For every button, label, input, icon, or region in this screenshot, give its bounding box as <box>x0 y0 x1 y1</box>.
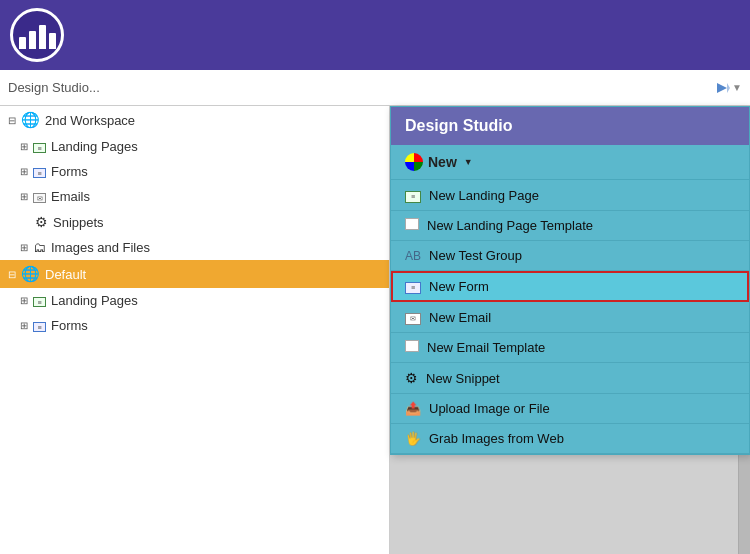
logo-bars-icon <box>19 21 56 49</box>
menu-item-grab-images[interactable]: 🖐 Grab Images from Web <box>391 424 749 454</box>
menu-item-new-snippet[interactable]: ⚙ New Snippet <box>391 363 749 394</box>
sidebar-item-default[interactable]: ⊟ 🌐 Default <box>0 260 389 288</box>
globe-icon: 🌐 <box>21 111 40 129</box>
menu-item-label: New Landing Page Template <box>427 218 593 233</box>
expander-icon: ⊞ <box>20 320 28 331</box>
grab-icon: 🖐 <box>405 431 421 446</box>
sidebar-item-forms[interactable]: ⊞ ≡ Forms <box>0 159 389 184</box>
sidebar-item-label: Forms <box>51 164 88 179</box>
forms-icon: ≡ <box>33 318 46 333</box>
form-icon: ≡ <box>405 278 421 294</box>
sidebar-item-label: Forms <box>51 318 88 333</box>
menu-item-new-landing-page-template[interactable]: New Landing Page Template <box>391 211 749 241</box>
upload-icon: 📤 <box>405 401 421 416</box>
new-colorful-icon <box>405 153 423 171</box>
sidebar-item-default-landing-pages[interactable]: ⊞ ≡ Landing Pages <box>0 288 389 313</box>
expander-icon: ⊞ <box>20 295 28 306</box>
search-bar: ▼ <box>0 70 750 106</box>
chevron-down-icon: ▼ <box>464 157 473 167</box>
testgroup-icon: AB <box>405 249 421 263</box>
svg-marker-0 <box>717 83 727 93</box>
menu-item-label: New Test Group <box>429 248 522 263</box>
images-icon: 🗂 <box>33 240 46 255</box>
sidebar-item-images[interactable]: ⊞ 🗂 Images and Files <box>0 235 389 260</box>
forms-icon: ≡ <box>33 164 46 179</box>
sidebar: ⊟ 🌐 2nd Workspace ⊞ ≡ Landing Pages ⊞ ≡ … <box>0 106 390 554</box>
app-logo <box>10 8 64 62</box>
sidebar-item-label: Emails <box>51 189 90 204</box>
emails-icon: ✉ <box>33 189 46 204</box>
globe-icon: 🌐 <box>21 265 40 283</box>
sidebar-item-label: Landing Pages <box>51 139 138 154</box>
menu-item-label: New Landing Page <box>429 188 539 203</box>
email-icon: ✉ <box>405 309 421 325</box>
pages-icon: ≡ <box>33 139 46 154</box>
menu-item-upload-image[interactable]: 📤 Upload Image or File <box>391 394 749 424</box>
menu-item-new-form[interactable]: ≡ New Form <box>391 271 749 302</box>
bar1 <box>19 37 26 49</box>
menu-item-label: Upload Image or File <box>429 401 550 416</box>
menu-item-label: New Email <box>429 310 491 325</box>
sidebar-item-label: Landing Pages <box>51 293 138 308</box>
menu-item-label: New Snippet <box>426 371 500 386</box>
menu-item-new-landing-page[interactable]: ≡ New Landing Page <box>391 180 749 211</box>
search-arrow-icon <box>714 80 730 96</box>
dropdown-panel: Design Studio New ▼ ≡ New Landing Page <box>390 106 750 455</box>
menu-item-label: Grab Images from Web <box>429 431 564 446</box>
sidebar-item-landing-pages[interactable]: ⊞ ≡ Landing Pages <box>0 134 389 159</box>
bar4 <box>49 33 56 49</box>
expander-icon: ⊞ <box>20 191 28 202</box>
dropdown-panel-title: Design Studio <box>391 107 749 145</box>
new-button-label: New <box>428 154 457 170</box>
menu-item-new-test-group[interactable]: AB New Test Group <box>391 241 749 271</box>
workspace-label: 2nd Workspace <box>45 113 135 128</box>
sidebar-item-label: Snippets <box>53 215 104 230</box>
sidebar-item-label: Images and Files <box>51 240 150 255</box>
menu-item-label: New Form <box>429 279 489 294</box>
template-icon <box>405 218 419 233</box>
sidebar-item-workspace[interactable]: ⊟ 🌐 2nd Workspace <box>0 106 389 134</box>
bar2 <box>29 31 36 49</box>
landing-page-icon: ≡ <box>405 187 421 203</box>
search-input[interactable] <box>8 80 708 95</box>
sidebar-item-default-forms[interactable]: ⊞ ≡ Forms <box>0 313 389 338</box>
expander-icon: ⊞ <box>20 141 28 152</box>
expander-icon: ⊞ <box>20 242 28 253</box>
menu-item-label: New Email Template <box>427 340 545 355</box>
right-panel: Design Studio New ▼ ≡ New Landing Page <box>390 106 750 554</box>
menu-item-new-email[interactable]: ✉ New Email <box>391 302 749 333</box>
new-button[interactable]: New ▼ <box>391 145 749 180</box>
sidebar-item-snippets[interactable]: ⚙ Snippets <box>0 209 389 235</box>
bar3 <box>39 25 46 49</box>
expander-icon: ⊞ <box>20 166 28 177</box>
sidebar-item-emails[interactable]: ⊞ ✉ Emails <box>0 184 389 209</box>
search-button[interactable]: ▼ <box>714 80 742 96</box>
app-header <box>0 0 750 70</box>
snippets-icon: ⚙ <box>35 214 48 230</box>
pages-icon: ≡ <box>33 293 46 308</box>
expander-icon: ⊟ <box>8 115 16 126</box>
svg-marker-1 <box>727 83 730 93</box>
expander-icon: ⊟ <box>8 269 16 280</box>
main-layout: ⊟ 🌐 2nd Workspace ⊞ ≡ Landing Pages ⊞ ≡ … <box>0 106 750 554</box>
panel-title-text: Design Studio <box>405 117 513 134</box>
sidebar-item-label: Default <box>45 267 86 282</box>
search-dropdown-arrow: ▼ <box>732 82 742 93</box>
snippet-icon: ⚙ <box>405 370 418 386</box>
email-template-icon <box>405 340 419 355</box>
menu-item-new-email-template[interactable]: New Email Template <box>391 333 749 363</box>
